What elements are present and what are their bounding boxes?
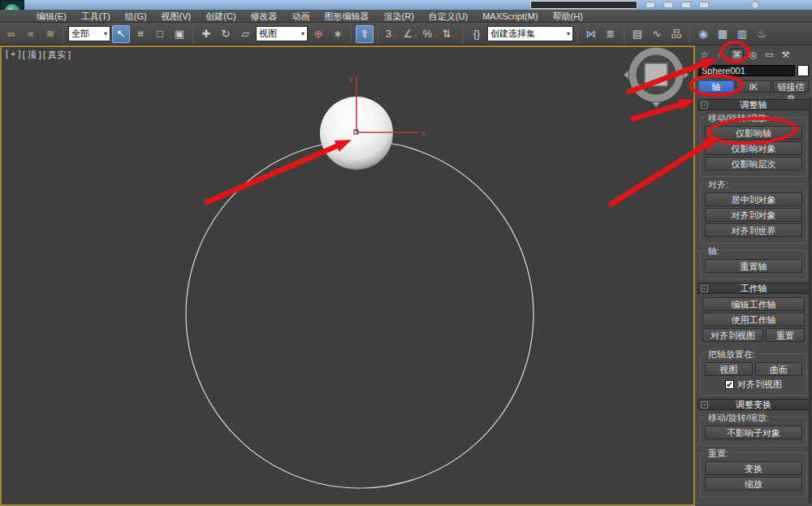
selection-filter-dropdown[interactable]: 全部▾ bbox=[68, 26, 110, 41]
unlink-selection-icon[interactable]: ∝ bbox=[22, 25, 40, 43]
menu-animation[interactable]: 动画 bbox=[285, 10, 317, 23]
spinner-snap-icon[interactable]: ⇅∩ bbox=[441, 25, 459, 43]
menu-views[interactable]: 视图(V) bbox=[154, 10, 199, 23]
select-and-rotate-icon[interactable]: ↻ bbox=[217, 25, 235, 43]
align-to-view-button[interactable]: 对齐到视图 bbox=[702, 328, 763, 342]
rollout-header-working-pivot[interactable]: - 工作轴 bbox=[698, 283, 810, 294]
rendered-frame-window-icon[interactable]: ▥ bbox=[733, 25, 751, 43]
affect-object-only-button[interactable]: 仅影响对象 bbox=[705, 141, 802, 155]
modify-panel-icon[interactable]: ∩ bbox=[714, 48, 728, 61]
titlebar-icons bbox=[646, 2, 709, 8]
reset-pivot-button[interactable]: 重置轴 bbox=[705, 259, 802, 273]
viewport-shading-menu[interactable]: [ 真实 ] bbox=[43, 49, 71, 61]
chevron-down-icon: ▾ bbox=[567, 30, 570, 37]
viewcube[interactable] bbox=[624, 47, 689, 107]
affect-hierarchy-only-button[interactable]: 仅影响层次 bbox=[705, 157, 802, 171]
select-and-move-icon[interactable]: ✚ bbox=[197, 25, 215, 43]
alignment-label: 对齐: bbox=[706, 179, 731, 191]
menu-modifiers[interactable]: 修改器 bbox=[244, 10, 285, 23]
tab-ik[interactable]: IK bbox=[736, 80, 771, 93]
select-by-name-icon[interactable]: ≡ bbox=[132, 25, 149, 43]
align-to-world-button[interactable]: 对齐到世界 bbox=[705, 223, 802, 237]
edit-named-selection-sets-icon[interactable]: {} bbox=[468, 25, 486, 43]
use-pivot-point-center-icon[interactable]: ⊕ bbox=[309, 25, 327, 43]
menu-graph-editors[interactable]: 图形编辑器 bbox=[317, 10, 377, 23]
select-and-link-icon[interactable]: ∞ bbox=[2, 25, 20, 43]
snap-toggle-3d-icon[interactable]: 3∩ bbox=[382, 25, 400, 43]
viewport-top[interactable]: y x [ + ] [ 顶 ] [ 真实 ] bbox=[0, 45, 695, 506]
viewport-canvas[interactable]: y x bbox=[2, 47, 693, 504]
menu-tools[interactable]: 工具(T) bbox=[74, 10, 118, 23]
reset-transform-button[interactable]: 变换 bbox=[705, 461, 802, 475]
tab-link-info[interactable]: 链接信息 bbox=[773, 80, 809, 93]
chevron-down-icon: ▾ bbox=[301, 30, 304, 37]
tab-pivot[interactable]: 轴 bbox=[698, 80, 734, 93]
menu-rendering[interactable]: 渲染(R) bbox=[377, 10, 421, 23]
menu-help[interactable]: 帮助(H) bbox=[546, 10, 590, 23]
align-to-object-button[interactable]: 对齐到对象 bbox=[705, 208, 802, 222]
toolbar-separator bbox=[689, 26, 690, 42]
workspace-icon[interactable] bbox=[646, 2, 655, 8]
select-and-manipulate-icon[interactable]: ∗ bbox=[329, 25, 347, 43]
display-panel-icon[interactable]: ▭ bbox=[762, 48, 776, 61]
curve-editor-icon[interactable]: ∿ bbox=[648, 25, 666, 43]
select-and-scale-icon[interactable]: ▱ bbox=[236, 25, 254, 43]
menu-create[interactable]: 创建(C) bbox=[198, 10, 243, 23]
place-pivot-surface-button[interactable]: 曲面 bbox=[755, 362, 803, 376]
reset-working-pivot-button[interactable]: 重置 bbox=[766, 328, 805, 342]
rollout-adjust-transform: - 调整变换 移动/旋转/缩放: 不影响子对象 重置: 变换 缩放 bbox=[698, 399, 810, 497]
mirror-icon[interactable]: ⋈ bbox=[582, 25, 600, 43]
infocenter-icon[interactable] bbox=[751, 1, 759, 9]
menu-group[interactable]: 组(G) bbox=[118, 10, 154, 23]
dont-affect-children-button[interactable]: 不影响子对象 bbox=[705, 426, 802, 439]
rollout-header-adjust-pivot[interactable]: - 调整轴 bbox=[698, 99, 810, 110]
workspace-icon[interactable] bbox=[681, 2, 691, 8]
motion-panel-icon[interactable]: ◎ bbox=[746, 48, 760, 61]
reset-scale-button[interactable]: 缩放 bbox=[705, 477, 802, 491]
use-working-pivot-button[interactable]: 使用工作轴 bbox=[702, 313, 805, 327]
app-logo-icon[interactable] bbox=[0, 0, 24, 10]
menu-maxscript[interactable]: MAXScript(M) bbox=[475, 10, 545, 23]
utilities-panel-icon[interactable]: ⚒ bbox=[779, 48, 793, 61]
toolbar-separator bbox=[192, 26, 193, 42]
object-name-field[interactable]: Sphere001 bbox=[698, 65, 795, 76]
menu-edit[interactable]: 编辑(E) bbox=[29, 10, 74, 23]
titlebar-search-field[interactable] bbox=[530, 1, 637, 9]
affect-pivot-only-button[interactable]: 仅影响轴 bbox=[705, 126, 802, 140]
rectangular-selection-region-icon[interactable]: □ bbox=[151, 25, 169, 43]
center-to-object-button[interactable]: 居中到对象 bbox=[705, 192, 802, 206]
edit-working-pivot-button[interactable]: 编辑工作轴 bbox=[702, 297, 805, 311]
render-production-icon[interactable]: ♨ bbox=[753, 25, 771, 43]
panel-scrollbar[interactable] bbox=[809, 97, 811, 504]
material-editor-icon[interactable]: ◉ bbox=[694, 25, 712, 43]
percent-snap-icon[interactable]: %∩ bbox=[421, 25, 439, 43]
align-to-view-checkbox[interactable]: ✔ bbox=[725, 380, 734, 389]
orbit-circle-spline[interactable] bbox=[186, 141, 533, 488]
menu-customize[interactable]: 自定义(U) bbox=[421, 10, 475, 23]
align-icon[interactable]: ≣ bbox=[602, 25, 620, 43]
schematic-view-icon[interactable]: 品 bbox=[667, 25, 685, 43]
select-object-icon[interactable]: ↖ bbox=[112, 25, 130, 43]
workspace-icon[interactable] bbox=[663, 2, 673, 8]
layer-manager-icon[interactable]: ▤ bbox=[628, 25, 646, 43]
angle-snap-icon[interactable]: ∠∩ bbox=[402, 25, 420, 43]
create-panel-icon[interactable]: ☆ bbox=[698, 48, 711, 61]
named-selection-sets-dropdown[interactable]: 创建选择集▾ bbox=[487, 26, 573, 41]
toolbar-separator bbox=[63, 26, 64, 42]
hierarchy-panel-icon[interactable]: ⌘ bbox=[730, 48, 744, 61]
keyboard-shortcut-override-icon[interactable]: ⇧ bbox=[356, 25, 374, 43]
viewport-pov-menu[interactable]: [ 顶 ] bbox=[23, 49, 41, 61]
move-rotate-scale-label: 移动/旋转/缩放: bbox=[706, 112, 771, 124]
chevron-down-icon: ▾ bbox=[104, 30, 107, 37]
reference-coordinate-system-dropdown[interactable]: 视图▾ bbox=[256, 26, 308, 41]
command-panel-tabs: ☆∩⌘◎▭⚒ bbox=[695, 45, 812, 63]
object-color-swatch[interactable] bbox=[797, 65, 809, 76]
bind-to-space-warp-icon[interactable]: ≋ bbox=[41, 25, 59, 43]
viewport-general-menu[interactable]: [ + ] bbox=[6, 49, 21, 61]
viewport-label: [ + ] [ 顶 ] [ 真实 ] bbox=[6, 49, 71, 61]
rollout-header-adjust-transform[interactable]: - 调整变换 bbox=[698, 399, 810, 410]
render-setup-icon[interactable]: ▦ bbox=[714, 25, 732, 43]
workspace-icon[interactable] bbox=[699, 2, 709, 8]
place-pivot-view-button[interactable]: 视图 bbox=[705, 362, 753, 376]
window-crossing-icon[interactable]: ▣ bbox=[171, 25, 188, 43]
